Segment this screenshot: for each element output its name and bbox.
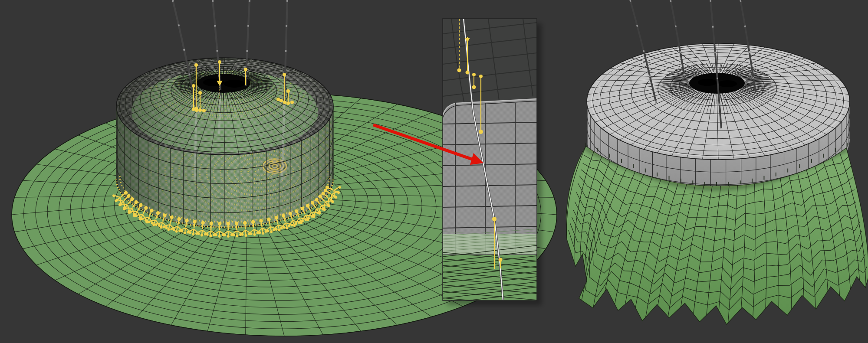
- cloth-result-object[interactable]: [566, 0, 868, 324]
- blender-3d-viewport[interactable]: 3D viewport - tablecloth cloth simulatio…: [0, 0, 868, 343]
- inset-content: [443, 19, 537, 313]
- zoom-inset-panel: [443, 19, 542, 313]
- viewport-canvas: 3D viewport - tablecloth cloth simulatio…: [0, 0, 868, 343]
